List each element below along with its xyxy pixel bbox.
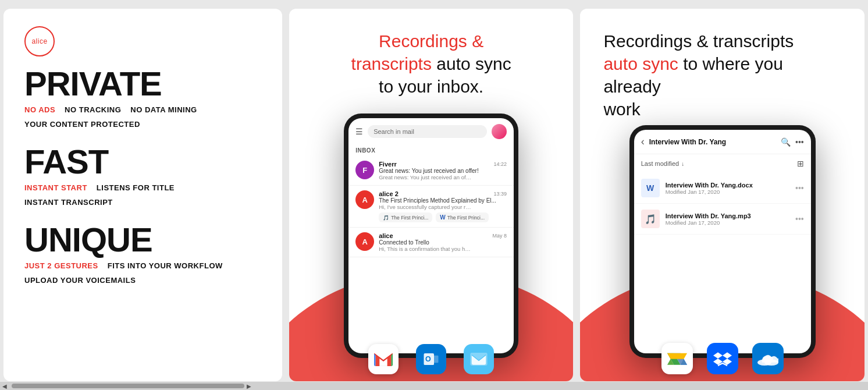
panel-inbox-sync: Recordings &transcripts auto syncto your…: [289, 9, 574, 381]
mp3-file-info: Interview With Dr. Yang.mp3 Modified Jan…: [666, 212, 789, 226]
docs-topbar: ‹ Interview With Dr. Yang 🔍 •••: [634, 130, 811, 154]
onedrive-icon: [752, 343, 784, 374]
mail-search-text: Search in mail: [373, 128, 414, 135]
word-icon-letter: W: [646, 183, 654, 193]
dropbox-icon: [707, 343, 738, 374]
audio-icon-symbol: 🎵: [645, 214, 656, 225]
panel-features: alice PRIVATE NO ADS NO TRACKING NO DATA…: [3, 9, 282, 381]
apple-mail-icon: [464, 344, 494, 374]
mp3-file-date: Modified Jan 17, 2020: [666, 219, 789, 226]
apple-mail-svg: [470, 353, 488, 366]
panel2-title-highlight: Recordings &transcripts: [351, 31, 484, 73]
mp3-more-icon[interactable]: •••: [795, 214, 804, 224]
docx-file-date: Modified Jan 17, 2020: [666, 189, 789, 195]
mail-content-fiverr: Fiverr 14:22 Great news: You just receiv…: [379, 161, 507, 180]
mail-item-fiverr[interactable]: F Fiverr 14:22 Great news: You just rece…: [348, 156, 514, 186]
phone-screen-inbox: ☰ Search in mail INBOX F Fiverr 14:22: [348, 118, 514, 353]
gmail-icon: [368, 344, 399, 374]
docx-more-icon[interactable]: •••: [795, 183, 804, 193]
attachment-audio-label: The First Princi...: [391, 215, 428, 221]
mail-item-alice2[interactable]: A alice May 8 Connected to Trello Hi, Th…: [348, 228, 514, 257]
tag-workflow: FITS INTO YOUR WORKFLOW: [108, 261, 223, 270]
docx-file-name: Interview With Dr. Yang.docx: [666, 182, 789, 189]
alice-preview-1: Hi, I've successfully captured your reco…: [379, 204, 472, 210]
alice-avatar-1: A: [355, 190, 374, 209]
alice-time-1: 13:39: [494, 191, 507, 197]
attachment-doc: W The First Princi...: [436, 212, 489, 222]
feature-content-protected: YOUR CONTENT PROTECTED: [24, 120, 261, 129]
docx-file-info: Interview With Dr. Yang.docx Modified Ja…: [666, 182, 789, 195]
fiverr-avatar: F: [355, 161, 374, 179]
heading-fast: FAST: [24, 145, 261, 179]
alice-subject-2: Connected to Trello: [379, 239, 507, 246]
alice-preview-2: Hi, This is a confirmation that you have…: [379, 246, 472, 252]
alice-sender-2: alice: [379, 232, 393, 239]
tag-listens-title: LISTENS FOR TITLE: [97, 183, 175, 192]
mail-content-alice2: alice May 8 Connected to Trello Hi, This…: [379, 232, 507, 252]
scroll-left-arrow[interactable]: ◀: [0, 383, 9, 389]
bottom-app-icons-panel3: [580, 343, 865, 374]
docs-more-icon[interactable]: •••: [795, 137, 804, 147]
panels-container: alice PRIVATE NO ADS NO TRACKING NO DATA…: [0, 0, 868, 390]
attachment-doc-label: The First Princi...: [447, 215, 485, 221]
attachment-audio: 🎵 The First Princi...: [379, 212, 432, 222]
onedrive-svg: [757, 352, 778, 366]
feature-instant-transcript: INSTANT TRANSCRIPT: [24, 198, 261, 207]
alice-logo: alice: [24, 26, 55, 56]
mail-user-avatar: [492, 124, 507, 139]
outlook-icon: O: [416, 344, 446, 374]
mail-content-alice1: alice 2 13:39 The First Principles Metho…: [379, 190, 507, 222]
tag-instant-start: INSTANT START: [24, 183, 87, 192]
scroll-right-arrow[interactable]: ▶: [244, 383, 254, 389]
dropbox-svg: [713, 349, 732, 368]
mail-search-bar[interactable]: Search in mail: [368, 125, 487, 138]
fiverr-time: 14:22: [494, 161, 507, 167]
tag-no-ads: NO ADS: [24, 105, 55, 114]
mail-item-alice1[interactable]: A alice 2 13:39 The First Principles Met…: [348, 186, 514, 228]
docs-header-title: Interview With Dr. Yang: [649, 138, 776, 146]
phone-mockup-inbox: ☰ Search in mail INBOX F Fiverr 14:22: [344, 114, 518, 358]
fast-tags: INSTANT START LISTENS FOR TITLE: [24, 183, 261, 192]
phone-screen-docs: ‹ Interview With Dr. Yang 🔍 ••• Last mod…: [634, 130, 811, 353]
fiverr-preview: Great news: You just received an offer! …: [379, 174, 472, 180]
docs-file-mp3[interactable]: 🎵 Interview With Dr. Yang.mp3 Modified J…: [634, 204, 811, 235]
sort-arrow-icon: ↓: [681, 161, 684, 167]
panel3-title-highlight: auto sync: [603, 54, 678, 73]
mp3-file-icon: 🎵: [641, 210, 660, 228]
grid-view-icon[interactable]: ⊞: [797, 159, 804, 168]
alice-sender-1: alice 2: [379, 190, 399, 197]
phone-mockup-docs: ‹ Interview With Dr. Yang 🔍 ••• Last mod…: [629, 125, 816, 358]
heading-private: PRIVATE: [24, 67, 261, 101]
alice-avatar-2: A: [355, 232, 374, 251]
tag-no-data-mining: NO DATA MINING: [130, 105, 197, 114]
docs-file-docx[interactable]: W Interview With Dr. Yang.docx Modified …: [634, 173, 811, 204]
panel-work-sync: Recordings & transcripts auto sync to wh…: [580, 9, 865, 381]
svg-text:O: O: [425, 355, 431, 363]
outlook-svg: O: [422, 350, 440, 368]
scrollbar-thumb[interactable]: [12, 384, 244, 388]
feature-voicemails: UPLOAD YOUR VOICEMAILS: [24, 276, 261, 285]
panel3-header: Recordings & transcripts auto sync to wh…: [580, 9, 865, 132]
docs-search-icon[interactable]: 🔍: [781, 137, 791, 147]
alice-attachments: 🎵 The First Princi... W The First Princi…: [379, 212, 507, 222]
scrollbar[interactable]: ◀ ▶: [0, 382, 868, 390]
mp3-file-name: Interview With Dr. Yang.mp3: [666, 212, 789, 219]
docs-sort-row: Last modified ↓ ⊞: [634, 154, 811, 173]
google-drive-icon: [661, 343, 693, 374]
unique-tags: JUST 2 GESTURES FITS INTO YOUR WORKFLOW: [24, 261, 261, 270]
alice-logo-text: alice: [31, 37, 47, 45]
audio-icon: 🎵: [383, 215, 389, 221]
gmail-svg: [374, 352, 393, 366]
alice-subject-1: The First Principles Method Explained by…: [379, 197, 507, 204]
fiverr-subject: Great news: You just received an offer!: [379, 168, 507, 174]
svg-rect-4: [433, 356, 439, 363]
back-icon[interactable]: ‹: [641, 136, 645, 148]
docx-file-icon: W: [641, 179, 660, 197]
tag-2-gestures: JUST 2 GESTURES: [24, 261, 98, 270]
tag-no-tracking: NO TRACKING: [65, 105, 121, 114]
panel2-header: Recordings &transcripts auto syncto your…: [289, 9, 574, 109]
sort-label[interactable]: Last modified: [641, 160, 679, 167]
heading-unique: UNIQUE: [24, 223, 261, 257]
panel2-title: Recordings &transcripts auto syncto your…: [307, 30, 556, 98]
hamburger-icon: ☰: [355, 127, 363, 136]
